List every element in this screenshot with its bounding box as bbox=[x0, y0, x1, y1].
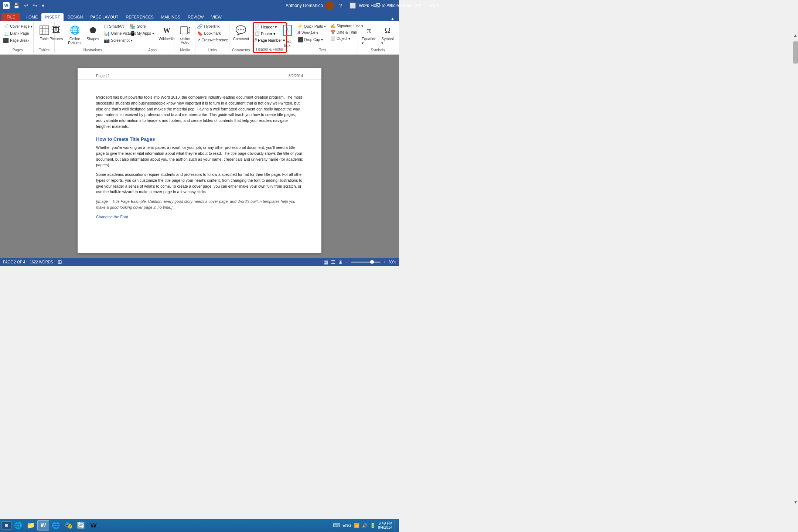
tab-file[interactable]: FILE bbox=[1, 13, 20, 21]
my-apps-icon: 📱 bbox=[130, 31, 136, 36]
window-title: Word How-To Article August 2014 - Word bbox=[359, 3, 399, 8]
user-area[interactable]: Anthony Domanico bbox=[286, 1, 334, 10]
zoom-out-btn[interactable]: ─ bbox=[345, 260, 348, 264]
wordart-btn[interactable]: A WordArt ▾ bbox=[296, 30, 328, 36]
bookmark-icon: 🔖 bbox=[197, 31, 203, 36]
wikipedia-label: Wikipedia bbox=[159, 37, 175, 41]
store-btn[interactable]: 🏪 Store bbox=[128, 23, 156, 30]
footer-label: Footer ▾ bbox=[261, 31, 276, 36]
tab-mailings[interactable]: MAILINGS bbox=[157, 13, 184, 21]
page-label: Page | 1 bbox=[96, 74, 110, 78]
shapes-icon: ⬟ bbox=[87, 24, 99, 36]
cover-page-icon: 📄 bbox=[3, 24, 9, 29]
ribbon-minimize-btn[interactable]: ⬜ bbox=[347, 2, 358, 9]
my-apps-btn[interactable]: 📱 My Apps ▾ bbox=[128, 30, 156, 37]
equation-btn[interactable]: π Equation ▾ bbox=[359, 23, 378, 47]
tab-design[interactable]: DESIGN bbox=[64, 13, 86, 21]
symbol-icon: Ω bbox=[382, 24, 393, 36]
media-group-label: Media bbox=[175, 48, 195, 52]
shapes-btn[interactable]: ⬟ Shapes bbox=[84, 23, 101, 42]
blank-page-btn[interactable]: 📃 Blank Page bbox=[1, 30, 34, 37]
shapes-label: Shapes bbox=[86, 37, 99, 41]
screenshot-icon: 📷 bbox=[104, 38, 110, 43]
text-box-icon: A bbox=[282, 24, 293, 40]
svg-rect-5 bbox=[180, 27, 188, 34]
wikipedia-btn[interactable]: W Wikipedia bbox=[157, 23, 177, 42]
page-content[interactable]: Microsoft has built powerful tools into … bbox=[78, 83, 321, 231]
bookmark-label: Bookmark bbox=[204, 31, 221, 35]
pictures-icon: 🖼 bbox=[50, 24, 62, 36]
zoom-in-btn[interactable]: + bbox=[383, 260, 386, 264]
object-label: Object ▾ bbox=[337, 37, 350, 41]
ribbon: 📄 Cover Page ▾ 📃 Blank Page ⬛ Page Break… bbox=[0, 21, 399, 55]
pictures-label: Pictures bbox=[50, 37, 63, 41]
smartart-icon: ⬡ bbox=[104, 24, 108, 29]
online-pictures-btn[interactable]: 🌐 OnlinePictures bbox=[66, 23, 83, 47]
tab-view[interactable]: VIEW bbox=[208, 13, 225, 21]
pages-col: 📄 Cover Page ▾ 📃 Blank Page ⬛ Page Break bbox=[1, 23, 34, 44]
title-bar: W 💾 ↩ ↪ ▾ Word How-To Article August 201… bbox=[0, 0, 399, 11]
save-qa-btn[interactable]: 💾 bbox=[12, 2, 21, 9]
comment-icon: 💬 bbox=[235, 24, 247, 36]
zoom-level[interactable]: 80% bbox=[389, 260, 396, 264]
pictures-btn[interactable]: 🖼 Pictures bbox=[47, 23, 65, 42]
quick-parts-label: Quick Parts ▾ bbox=[304, 24, 326, 28]
heading-create-title-pages: How to Create Title Pages bbox=[96, 136, 303, 143]
word-icon: W bbox=[3, 2, 10, 9]
cross-reference-icon: ↗ bbox=[197, 38, 200, 42]
wordart-icon: A bbox=[297, 30, 301, 35]
tab-review[interactable]: REVIEW bbox=[184, 13, 207, 21]
page-break-icon: ⬛ bbox=[3, 38, 9, 43]
tab-page-layout[interactable]: PAGE LAYOUT bbox=[87, 13, 122, 21]
ribbon-group-symbols: π Equation ▾ Ω Symbol ▾ Symbols bbox=[359, 22, 397, 53]
document-area: MICROSOFT WORD Because you'll need to...… bbox=[0, 55, 399, 258]
redo-qa-btn[interactable]: ↪ bbox=[31, 2, 39, 9]
page-break-btn[interactable]: ⬛ Page Break bbox=[1, 37, 34, 44]
date-time-icon: 📅 bbox=[330, 30, 335, 35]
help-btn[interactable]: ? bbox=[337, 2, 344, 9]
symbol-btn[interactable]: Ω Symbol ▾ bbox=[379, 23, 396, 47]
zoom-slider[interactable] bbox=[351, 262, 381, 263]
comment-btn[interactable]: 💬 Comment bbox=[231, 23, 251, 42]
paragraph-1: Microsoft has built powerful tools into … bbox=[96, 95, 303, 130]
page-count: PAGE 2 OF 4 bbox=[3, 260, 25, 264]
customize-qa-btn[interactable]: ▾ bbox=[40, 2, 46, 9]
cover-page-label: Cover Page ▾ bbox=[10, 24, 33, 28]
cover-page-btn[interactable]: 📄 Cover Page ▾ bbox=[1, 23, 34, 30]
cross-reference-btn[interactable]: ↗ Cross-reference bbox=[195, 37, 230, 43]
view-reading-btn[interactable]: ☰ bbox=[331, 259, 335, 265]
tab-references[interactable]: REFERENCES bbox=[122, 13, 157, 21]
tab-home[interactable]: HOME bbox=[22, 13, 41, 21]
ribbon-group-text: A TextBox ⚡ Quick Parts ▾ A WordArt ▾ ⬛ … bbox=[287, 22, 358, 53]
page-date: 8/2/2014 bbox=[289, 74, 303, 78]
changing-font-link[interactable]: Changing the Font bbox=[96, 215, 128, 219]
hyperlink-btn[interactable]: 🔗 Hyperlink bbox=[195, 23, 230, 30]
comment-label: Comment bbox=[233, 37, 249, 41]
collapse-ribbon-btn[interactable]: ▲ bbox=[391, 16, 395, 21]
bookmark-btn[interactable]: 🔖 Bookmark bbox=[195, 30, 230, 37]
layout-icon[interactable]: ⊞ bbox=[58, 259, 62, 265]
title-bar-left: W 💾 ↩ ↪ ▾ bbox=[3, 2, 46, 9]
apps-col: 🏪 Store 📱 My Apps ▾ bbox=[128, 23, 156, 37]
object-icon: ⬜ bbox=[330, 36, 335, 41]
svg-line-7 bbox=[188, 32, 190, 33]
page-header: Page | 1 8/2/2014 bbox=[78, 68, 321, 80]
view-web-btn[interactable]: ⊞ bbox=[338, 259, 342, 265]
symbols-group-label: Symbols bbox=[359, 48, 397, 52]
header-label: Header ▾ bbox=[261, 25, 277, 29]
online-pictures-icon: 🌐 bbox=[69, 24, 81, 36]
illustrations-group-label: Illustrations bbox=[55, 48, 130, 52]
chart-icon: 📊 bbox=[104, 31, 110, 36]
wikipedia-icon: W bbox=[161, 24, 173, 36]
view-normal-btn[interactable]: ▦ bbox=[324, 259, 328, 265]
word-count: 1622 WORDS bbox=[30, 260, 53, 264]
online-video-btn[interactable]: OnlineVideo bbox=[177, 23, 193, 46]
undo-qa-btn[interactable]: ↩ bbox=[23, 2, 30, 9]
signature-line-icon: ✍ bbox=[330, 24, 335, 28]
svg-text:A: A bbox=[285, 27, 289, 33]
text-box-btn[interactable]: A TextBox bbox=[280, 23, 295, 49]
drop-cap-btn[interactable]: ⬛ Drop Cap ▾ bbox=[296, 36, 328, 43]
tab-insert[interactable]: INSERT bbox=[41, 13, 64, 21]
equation-icon: π bbox=[363, 24, 375, 36]
quick-parts-btn[interactable]: ⚡ Quick Parts ▾ bbox=[296, 23, 328, 30]
